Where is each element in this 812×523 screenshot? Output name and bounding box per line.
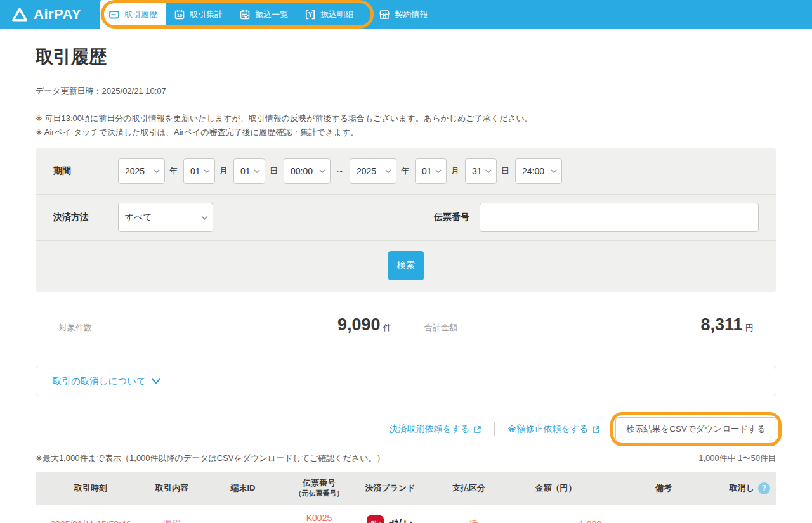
d-barai-logo-icon: d払い: [367, 515, 384, 523]
nav-tab-label: 振込一覧: [255, 9, 288, 20]
nav-tab-label: 取引履歴: [124, 9, 157, 20]
year-unit-label: 年: [169, 165, 178, 177]
payment-cancel-request-label: 決済取消依頼をする: [389, 423, 469, 435]
to-day-value: 31: [472, 166, 482, 176]
from-day-select[interactable]: 01: [233, 158, 265, 184]
day-unit-label: 日: [501, 165, 509, 177]
to-year-value: 2025: [357, 166, 376, 176]
chevron-down-icon: [435, 169, 442, 173]
col-header-installment: 支払区分: [430, 472, 508, 505]
col-header-slip-no-sub: （元伝票番号）: [288, 488, 350, 498]
note-line: ※ Airペイ タッチで決済した取引は、Airペイの審査完了後に履歴確認・集計で…: [36, 126, 776, 139]
airpay-triangle-icon: [11, 7, 28, 22]
nav-tab-transfer-detail[interactable]: ¥ 振込明細: [296, 0, 362, 29]
cell-slip-no: K0025 (A0025): [288, 505, 350, 523]
col-header-amount: 金額（円）: [508, 472, 604, 505]
to-month-select[interactable]: 01: [415, 158, 447, 184]
to-month-value: 01: [422, 166, 432, 176]
target-count-unit: 件: [383, 323, 391, 332]
period-row: 期間 2025 年 01 月 01 日 00:00 ～ 2025: [36, 148, 776, 194]
chevron-down-icon: [154, 169, 160, 173]
total-amount-label: 合計金額: [424, 322, 457, 333]
target-count-label: 対象件数: [59, 322, 92, 333]
from-time-value: 00:00: [291, 166, 313, 176]
col-header-brand: 決済ブランド: [350, 472, 430, 505]
payment-cancel-request-link[interactable]: 決済取消依頼をする: [389, 423, 481, 435]
col-header-cancel: 取消し ?: [723, 472, 776, 505]
max-display-note: ※最大1,000件まで表示（1,000件以降のデータはCSVをダウンロードしてご…: [36, 453, 384, 464]
from-month-value: 01: [190, 166, 200, 176]
cell-type: 取消: [146, 505, 198, 523]
nav-tab-transaction-history[interactable]: 取引履歴: [100, 0, 166, 29]
chevron-down-icon: [204, 169, 210, 173]
col-header-slip-no: 伝票番号 （元伝票番号）: [288, 472, 350, 505]
svg-text:¥: ¥: [308, 11, 313, 18]
csv-download-button[interactable]: 検索結果をCSVでダウンロードする: [615, 417, 776, 441]
actions-row: 決済取消依頼をする 金額修正依頼をする 検索結果をCSVでダウンロードする: [36, 417, 776, 441]
to-day-select[interactable]: 31: [465, 158, 497, 184]
chevron-down-icon: [152, 378, 160, 384]
cell-time: 2025/01/11 15:59:46: [36, 505, 146, 523]
nav-tab-transfer-list[interactable]: 振込一覧: [231, 0, 296, 29]
chevron-down-icon: [485, 169, 492, 173]
payment-method-select[interactable]: すべて: [118, 203, 213, 232]
to-time-select[interactable]: 24:00: [515, 158, 562, 184]
from-year-value: 2025: [125, 166, 145, 176]
help-icon[interactable]: ?: [758, 482, 770, 494]
transactions-table: 取引時刻 取引内容 端末ID 伝票番号 （元伝票番号） 決済ブランド 支払区分 …: [36, 472, 776, 523]
chevron-down-icon: [385, 169, 391, 173]
brand-name-text: d払い: [388, 518, 414, 523]
chevron-down-icon: [551, 169, 557, 173]
month-unit-label: 月: [219, 165, 228, 177]
nav-tab-contract-info[interactable]: 契約情報: [370, 0, 436, 29]
nav-tab-label: 振込明細: [320, 9, 353, 20]
nav-tab-transaction-summary[interactable]: 10 取引集計: [166, 0, 231, 29]
period-label: 期間: [53, 165, 118, 177]
cancel-info-label: 取引の取消しについて: [53, 375, 146, 387]
target-count-value: 9,090: [337, 315, 381, 334]
storefront-icon: [379, 9, 390, 20]
table-row: 2025/01/11 15:59:46 取消 - K0025 (A0025) d…: [36, 505, 776, 523]
links-divider: [494, 422, 495, 436]
from-year-select[interactable]: 2025: [118, 158, 165, 184]
amount-fix-request-link[interactable]: 金額修正依頼をする: [508, 423, 600, 435]
chevron-down-icon: [254, 169, 260, 173]
slip-number-input[interactable]: [480, 203, 759, 232]
cell-cancel: [723, 505, 776, 523]
cancel-info-accordion[interactable]: 取引の取消しについて: [36, 366, 776, 396]
pagination-status: 1,000件中 1〜50件目: [698, 453, 776, 464]
slip-number-label: 伝票番号: [434, 212, 469, 223]
list-meta-row: ※最大1,000件まで表示（1,000件以降のデータはCSVをダウンロードしてご…: [36, 453, 776, 464]
calendar-10-icon: 10: [174, 9, 185, 20]
amount-fix-request-label: 金額修正依頼をする: [508, 423, 588, 435]
target-count-block: 対象件数 9,090 件: [36, 315, 407, 335]
external-link-icon: [473, 425, 481, 434]
cell-slip-no-main: K0025: [288, 512, 350, 523]
search-button[interactable]: 検索: [388, 251, 424, 280]
year-unit-label: 年: [401, 165, 409, 177]
cell-terminal-id: -: [198, 505, 288, 523]
airpay-logo[interactable]: AirPAY: [0, 0, 94, 29]
cell-amount: -1,980: [508, 505, 604, 523]
method-row: 決済方法 すべて 伝票番号: [36, 194, 776, 240]
col-header-cancel-label: 取消し: [730, 483, 754, 493]
col-header-type: 取引内容: [146, 472, 198, 505]
col-header-note: 備考: [604, 472, 723, 505]
to-year-select[interactable]: 2025: [350, 158, 396, 184]
col-header-time: 取引時刻: [36, 472, 146, 505]
external-link-icon: [592, 425, 600, 434]
chevron-down-icon: [201, 216, 208, 220]
total-amount-unit: 円: [745, 323, 754, 332]
top-nav: AirPAY 取引履歴 10 取引集計 振込一覧 ¥ 振込明細: [0, 0, 812, 29]
chevron-down-icon: [319, 169, 325, 173]
col-header-slip-no-main: 伝票番号: [303, 478, 336, 487]
col-header-terminal-id: 端末ID: [198, 472, 288, 505]
brand-name: AirPAY: [34, 6, 81, 23]
result-summary: 対象件数 9,090 件 合計金額 8,311 円: [36, 300, 776, 349]
from-time-select[interactable]: 00:00: [284, 158, 331, 184]
from-day-value: 01: [240, 166, 251, 176]
page-notes: ※ 毎日13:00頃に前日分の取引情報を更新いたしますが、取引情報の反映が前後す…: [36, 112, 776, 139]
payment-method-value: すべて: [125, 212, 152, 223]
nav-menu: 取引履歴 10 取引集計 振込一覧 ¥ 振込明細 契約情報: [100, 0, 436, 29]
from-month-select[interactable]: 01: [183, 158, 215, 184]
